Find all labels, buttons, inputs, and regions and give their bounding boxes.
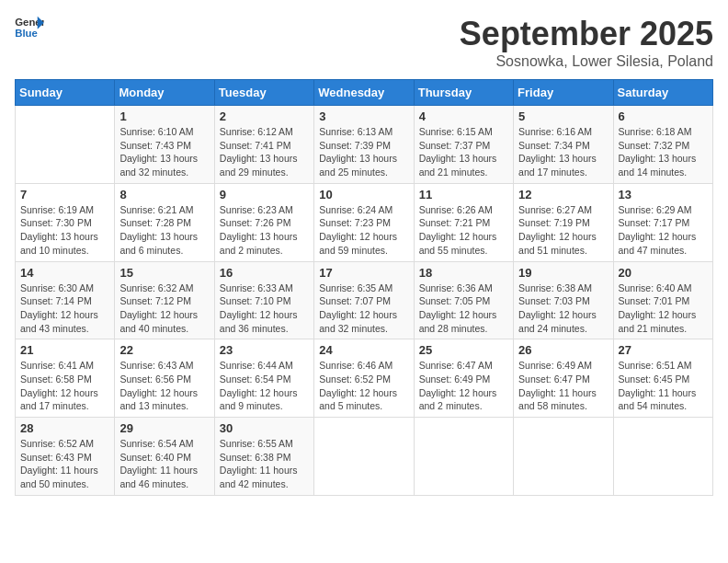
day-detail: Sunrise: 6:54 AMSunset: 6:40 PMDaylight:… [119, 437, 209, 491]
day-detail: Sunrise: 6:36 AMSunset: 7:05 PMDaylight:… [419, 282, 508, 336]
calendar-day-cell: 8Sunrise: 6:21 AMSunset: 7:28 PMDaylight… [115, 183, 214, 261]
day-number: 13 [619, 188, 708, 201]
day-number: 27 [619, 343, 708, 357]
calendar-day-cell: 7Sunrise: 6:19 AMSunset: 7:30 PMDaylight… [16, 183, 115, 261]
calendar-week-row: 1Sunrise: 6:10 AMSunset: 7:43 PMDaylight… [16, 106, 713, 184]
day-number: 24 [319, 343, 408, 357]
calendar-day-cell: 3Sunrise: 6:13 AMSunset: 7:39 PMDaylight… [314, 106, 414, 184]
calendar-body: 1Sunrise: 6:10 AMSunset: 7:43 PMDaylight… [16, 106, 713, 496]
page-header: General Blue September 2025 Sosnowka, Lo… [15, 15, 713, 70]
calendar-day-cell: 26Sunrise: 6:49 AMSunset: 6:47 PMDayligh… [514, 339, 613, 418]
weekday-header-cell: Friday [514, 80, 613, 106]
calendar-day-cell: 17Sunrise: 6:35 AMSunset: 7:07 PMDayligh… [314, 261, 414, 339]
day-number: 1 [119, 109, 209, 123]
calendar-week-row: 14Sunrise: 6:30 AMSunset: 7:14 PMDayligh… [16, 261, 713, 339]
day-detail: Sunrise: 6:15 AMSunset: 7:37 PMDaylight:… [419, 125, 508, 179]
day-detail: Sunrise: 6:12 AMSunset: 7:41 PMDaylight:… [220, 125, 309, 179]
day-number: 7 [20, 188, 109, 201]
calendar-day-cell [514, 418, 613, 496]
day-number: 9 [220, 188, 309, 201]
calendar-day-cell: 30Sunrise: 6:55 AMSunset: 6:38 PMDayligh… [214, 418, 313, 496]
day-detail: Sunrise: 6:24 AMSunset: 7:23 PMDaylight:… [319, 203, 408, 258]
calendar-week-row: 7Sunrise: 6:19 AMSunset: 7:30 PMDaylight… [16, 183, 713, 261]
day-detail: Sunrise: 6:47 AMSunset: 6:49 PMDaylight:… [419, 359, 508, 413]
calendar-day-cell: 2Sunrise: 6:12 AMSunset: 7:41 PMDaylight… [214, 106, 313, 184]
day-detail: Sunrise: 6:52 AMSunset: 6:43 PMDaylight:… [20, 437, 109, 491]
day-number: 30 [220, 421, 309, 435]
month-title: September 2025 [460, 15, 713, 53]
calendar-day-cell [613, 418, 712, 496]
day-number: 28 [20, 421, 109, 435]
calendar-day-cell: 12Sunrise: 6:27 AMSunset: 7:19 PMDayligh… [514, 183, 613, 261]
calendar-day-cell: 9Sunrise: 6:23 AMSunset: 7:26 PMDaylight… [214, 183, 313, 261]
day-number: 8 [119, 188, 209, 201]
day-number: 6 [619, 109, 708, 123]
calendar-day-cell: 22Sunrise: 6:43 AMSunset: 6:56 PMDayligh… [115, 339, 214, 418]
calendar-day-cell: 14Sunrise: 6:30 AMSunset: 7:14 PMDayligh… [16, 261, 115, 339]
weekday-header-row: SundayMondayTuesdayWednesdayThursdayFrid… [16, 80, 713, 106]
day-number: 29 [119, 421, 209, 435]
weekday-header-cell: Tuesday [214, 80, 313, 106]
day-number: 22 [119, 343, 209, 357]
calendar-day-cell: 19Sunrise: 6:38 AMSunset: 7:03 PMDayligh… [514, 261, 613, 339]
day-detail: Sunrise: 6:29 AMSunset: 7:17 PMDaylight:… [619, 203, 708, 258]
calendar-day-cell: 16Sunrise: 6:33 AMSunset: 7:10 PMDayligh… [214, 261, 313, 339]
day-detail: Sunrise: 6:16 AMSunset: 7:34 PMDaylight:… [518, 125, 608, 179]
day-detail: Sunrise: 6:27 AMSunset: 7:19 PMDaylight:… [518, 203, 608, 258]
day-detail: Sunrise: 6:19 AMSunset: 7:30 PMDaylight:… [20, 203, 109, 258]
day-detail: Sunrise: 6:10 AMSunset: 7:43 PMDaylight:… [119, 125, 209, 179]
weekday-header-cell: Sunday [16, 80, 115, 106]
calendar-day-cell: 23Sunrise: 6:44 AMSunset: 6:54 PMDayligh… [214, 339, 313, 418]
day-number: 14 [20, 266, 109, 280]
weekday-header-cell: Thursday [414, 80, 513, 106]
location-title: Sosnowka, Lower Silesia, Poland [460, 53, 713, 70]
day-number: 4 [419, 109, 508, 123]
day-detail: Sunrise: 6:44 AMSunset: 6:54 PMDaylight:… [220, 359, 309, 413]
day-detail: Sunrise: 6:51 AMSunset: 6:45 PMDaylight:… [619, 359, 708, 413]
calendar-day-cell: 21Sunrise: 6:41 AMSunset: 6:58 PMDayligh… [16, 339, 115, 418]
calendar-day-cell: 28Sunrise: 6:52 AMSunset: 6:43 PMDayligh… [16, 418, 115, 496]
day-detail: Sunrise: 6:40 AMSunset: 7:01 PMDaylight:… [619, 282, 708, 336]
day-number: 19 [518, 266, 608, 280]
day-detail: Sunrise: 6:33 AMSunset: 7:10 PMDaylight:… [220, 282, 309, 336]
calendar-day-cell: 1Sunrise: 6:10 AMSunset: 7:43 PMDaylight… [115, 106, 214, 184]
day-number: 17 [319, 266, 408, 280]
day-detail: Sunrise: 6:46 AMSunset: 6:52 PMDaylight:… [319, 359, 408, 413]
calendar-day-cell: 13Sunrise: 6:29 AMSunset: 7:17 PMDayligh… [613, 183, 712, 261]
day-number: 21 [20, 343, 109, 357]
weekday-header-cell: Saturday [613, 80, 712, 106]
day-detail: Sunrise: 6:43 AMSunset: 6:56 PMDaylight:… [119, 359, 209, 413]
calendar-day-cell [16, 106, 115, 184]
day-number: 26 [518, 343, 608, 357]
calendar-week-row: 21Sunrise: 6:41 AMSunset: 6:58 PMDayligh… [16, 339, 713, 418]
day-number: 15 [119, 266, 209, 280]
calendar-day-cell: 5Sunrise: 6:16 AMSunset: 7:34 PMDaylight… [514, 106, 613, 184]
day-detail: Sunrise: 6:49 AMSunset: 6:47 PMDaylight:… [518, 359, 608, 413]
title-area: September 2025 Sosnowka, Lower Silesia, … [460, 15, 713, 70]
day-detail: Sunrise: 6:38 AMSunset: 7:03 PMDaylight:… [518, 282, 608, 336]
calendar-day-cell: 10Sunrise: 6:24 AMSunset: 7:23 PMDayligh… [314, 183, 414, 261]
calendar-day-cell: 29Sunrise: 6:54 AMSunset: 6:40 PMDayligh… [115, 418, 214, 496]
calendar-day-cell [414, 418, 513, 496]
calendar-day-cell: 18Sunrise: 6:36 AMSunset: 7:05 PMDayligh… [414, 261, 513, 339]
day-number: 11 [419, 188, 508, 201]
day-detail: Sunrise: 6:21 AMSunset: 7:28 PMDaylight:… [119, 203, 209, 258]
calendar-day-cell: 6Sunrise: 6:18 AMSunset: 7:32 PMDaylight… [613, 106, 712, 184]
weekday-header-cell: Wednesday [314, 80, 414, 106]
calendar-day-cell: 24Sunrise: 6:46 AMSunset: 6:52 PMDayligh… [314, 339, 414, 418]
day-detail: Sunrise: 6:32 AMSunset: 7:12 PMDaylight:… [119, 282, 209, 336]
day-number: 12 [518, 188, 608, 201]
day-number: 3 [319, 109, 408, 123]
day-number: 10 [319, 188, 408, 201]
day-number: 2 [220, 109, 309, 123]
calendar-day-cell: 20Sunrise: 6:40 AMSunset: 7:01 PMDayligh… [613, 261, 712, 339]
calendar-table: SundayMondayTuesdayWednesdayThursdayFrid… [15, 79, 713, 496]
day-number: 16 [220, 266, 309, 280]
calendar-day-cell [314, 418, 414, 496]
calendar-day-cell: 25Sunrise: 6:47 AMSunset: 6:49 PMDayligh… [414, 339, 513, 418]
day-number: 23 [220, 343, 309, 357]
day-detail: Sunrise: 6:30 AMSunset: 7:14 PMDaylight:… [20, 282, 109, 336]
calendar-day-cell: 27Sunrise: 6:51 AMSunset: 6:45 PMDayligh… [613, 339, 712, 418]
day-detail: Sunrise: 6:13 AMSunset: 7:39 PMDaylight:… [319, 125, 408, 179]
day-number: 18 [419, 266, 508, 280]
